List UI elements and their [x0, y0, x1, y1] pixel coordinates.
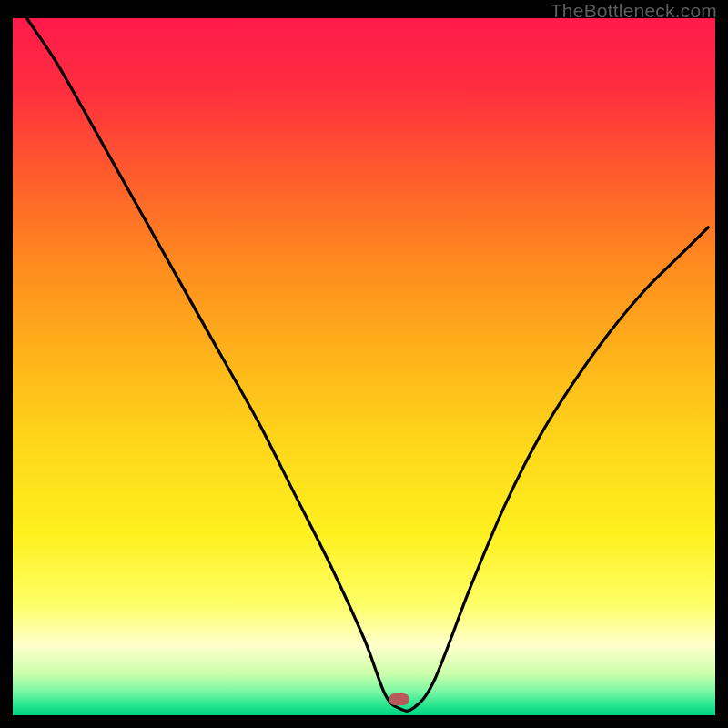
gradient-background — [13, 18, 715, 715]
chart-frame — [13, 18, 715, 715]
bottleneck-chart — [13, 18, 715, 715]
optimum-marker — [389, 693, 410, 705]
